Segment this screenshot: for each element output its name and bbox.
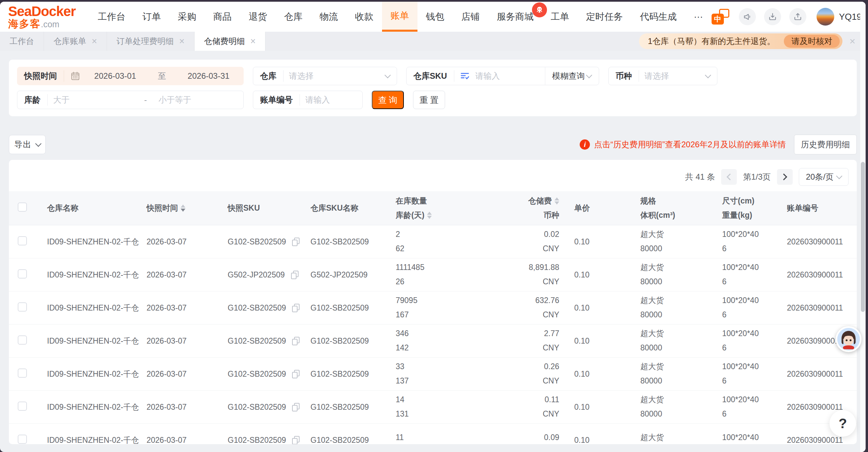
stock-age-max-input[interactable] <box>153 95 243 105</box>
nav-item[interactable]: 工单 <box>542 2 578 32</box>
cell-volume: 80000 <box>640 277 698 287</box>
nav-item-label: 订单 <box>142 11 161 23</box>
snapshot-end-date[interactable]: 2026-03-31 <box>174 71 243 81</box>
import-download-icon[interactable] <box>764 8 781 25</box>
scrollbar-thumb[interactable] <box>861 162 865 312</box>
page-tab[interactable]: 工作台 <box>0 32 44 51</box>
help-button[interactable]: ? <box>829 410 856 437</box>
nav-item-label: 收款 <box>355 11 374 23</box>
nav-item[interactable]: ··· <box>685 2 712 32</box>
stock-age-min-input[interactable] <box>48 95 138 105</box>
copy-icon[interactable] <box>292 304 300 312</box>
export-upload-icon[interactable] <box>789 8 806 25</box>
notice-close-icon[interactable]: × <box>849 35 855 47</box>
customer-service-avatar[interactable] <box>836 326 862 352</box>
row-checkbox[interactable] <box>18 368 27 378</box>
page-tab[interactable]: 仓库账单 × <box>44 32 107 51</box>
nav-item[interactable]: 工作台 <box>89 2 134 32</box>
reset-button[interactable]: 重置 <box>413 91 445 109</box>
close-icon[interactable]: × <box>92 37 97 46</box>
snapshot-start-date[interactable]: 2026-03-01 <box>80 71 150 81</box>
cell-spec: 超大货 <box>640 362 698 372</box>
return-notice: 1仓库（马帮）有新的无主件退货。 请及时核对 <box>639 33 842 49</box>
currency-select[interactable]: 币种 请选择 <box>608 67 717 85</box>
filter-panel: 快照时间 2026-03-01 至 2026-03-31 仓库 请选择 <box>9 60 857 116</box>
history-detail-button[interactable]: 历史费用明细 <box>794 135 857 154</box>
row-checkbox[interactable] <box>18 335 27 345</box>
nav-item[interactable]: 收款 <box>347 2 382 32</box>
cell-unit-price: 0.10 <box>574 436 590 445</box>
divider <box>454 70 454 82</box>
warehouse-sku-field: 仓库SKU 模糊查询 <box>406 67 599 85</box>
close-icon[interactable]: × <box>250 37 256 46</box>
table-row: ID09-SHENZHEN-02-千仓 2026-03-07 G102-SB20… <box>9 225 857 258</box>
page-tab[interactable]: 仓储费明细 × <box>195 32 266 51</box>
warehouse-placeholder: 请选择 <box>284 71 383 81</box>
nav-item[interactable]: 订单 <box>134 2 169 32</box>
row-checkbox[interactable] <box>18 402 27 411</box>
chevron-right-icon <box>780 174 787 180</box>
notice-area: 1仓库（马帮）有新的无主件退货。 请及时核对 × <box>639 32 866 51</box>
nav-item[interactable]: 代码生成 <box>631 2 685 32</box>
cell-storage-fee: 0.09 <box>544 433 559 442</box>
nav-item[interactable]: 服务商城 <box>488 2 542 32</box>
copy-icon[interactable] <box>292 337 300 345</box>
cell-warehouse-sku-name: G502-JP202509 <box>310 270 368 279</box>
page-size-select[interactable]: 20条/页 <box>799 168 849 186</box>
navbar-actions: 中 YQ192548 <box>712 2 866 32</box>
page-tab[interactable]: 订单处理费明细 × <box>107 32 195 51</box>
copy-icon[interactable] <box>292 436 300 445</box>
row-checkbox[interactable] <box>18 269 27 278</box>
snapshot-time-range-picker[interactable]: 快照时间 2026-03-01 至 2026-03-31 <box>17 67 244 85</box>
nav-item[interactable]: 定时任务 <box>578 2 631 32</box>
row-checkbox[interactable] <box>18 236 27 245</box>
brand-logo[interactable]: SeaDocker 海多客 .com <box>8 2 76 32</box>
total-count: 共 41 条 <box>685 171 715 182</box>
cell-volume: 80000 <box>640 409 698 419</box>
language-switch-icon[interactable]: 中 <box>712 9 729 25</box>
next-page-button[interactable] <box>777 169 793 185</box>
nav-item[interactable]: 仓库 <box>276 2 311 32</box>
select-all-checkbox[interactable] <box>18 202 27 212</box>
copy-icon[interactable] <box>292 403 300 411</box>
copy-icon[interactable] <box>292 238 300 246</box>
copy-icon[interactable] <box>291 271 299 279</box>
nav-item[interactable]: 账单 <box>382 2 417 32</box>
sort-icon[interactable] <box>181 205 185 212</box>
announcement-icon[interactable] <box>739 8 756 25</box>
chevron-down-icon <box>35 140 41 147</box>
warehouse-select[interactable]: 仓库 请选择 <box>253 67 397 85</box>
row-checkbox[interactable] <box>18 435 27 444</box>
table-row: ID09-SHENZHEN-02-千仓 2026-03-07 G502-JP20… <box>9 258 857 291</box>
user-menu[interactable]: YQ192548 <box>817 8 866 26</box>
range-separator: - <box>138 95 153 105</box>
nav-item[interactable]: 采购 <box>169 2 205 32</box>
sort-icon[interactable] <box>554 197 559 205</box>
cell-warehouse-sku-name: G102-SB202509 <box>310 436 369 445</box>
cell-unit-price: 0.10 <box>574 303 590 312</box>
col-stock-age: 库龄(天) <box>396 211 424 220</box>
nav-item[interactable]: 店铺 <box>453 2 488 32</box>
cell-size: 100*20*40 <box>722 296 764 305</box>
fuzzy-search-select[interactable]: 模糊查询 <box>545 67 599 85</box>
vertical-scrollbar <box>860 2 866 452</box>
nav-item[interactable]: 退货 <box>240 2 276 32</box>
close-icon[interactable]: × <box>179 37 185 46</box>
copy-icon[interactable] <box>292 370 300 378</box>
batch-input-icon[interactable] <box>460 71 470 81</box>
bill-no-input[interactable] <box>300 95 362 105</box>
nav-item[interactable]: 钱包 <box>417 2 453 32</box>
verify-now-button[interactable]: 请及时核对 <box>784 35 840 48</box>
search-button[interactable]: 查询 <box>372 91 404 109</box>
sort-icon[interactable] <box>427 212 432 219</box>
nav-item-label: 代码生成 <box>640 11 677 23</box>
nav-item[interactable]: 物流 <box>311 2 347 32</box>
currency-placeholder: 请选择 <box>639 71 704 81</box>
cell-stock-age: 167 <box>396 310 488 320</box>
nav-item[interactable]: 商品 <box>205 2 240 32</box>
warehouse-sku-input[interactable] <box>470 71 545 81</box>
prev-page-button[interactable] <box>721 169 737 185</box>
row-checkbox[interactable] <box>18 302 27 312</box>
cell-spec: 超大货 <box>640 395 698 405</box>
export-button[interactable]: 导出 <box>9 135 46 154</box>
